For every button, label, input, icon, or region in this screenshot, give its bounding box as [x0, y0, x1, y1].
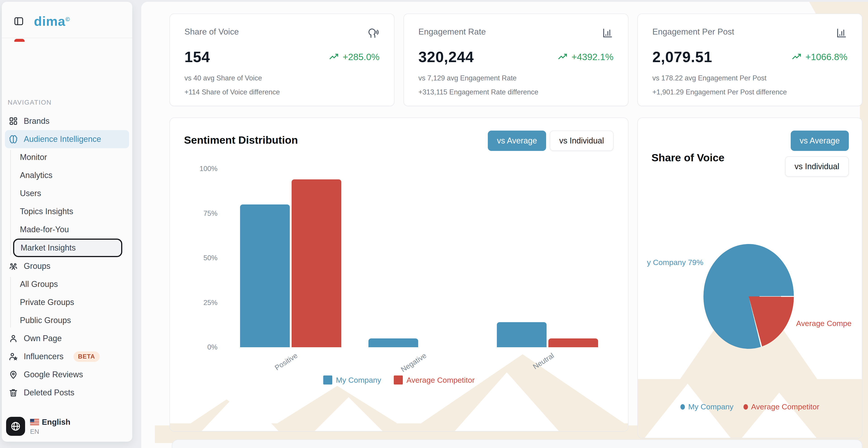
sidebar-item-public-groups[interactable]: Public Groups [2, 311, 132, 329]
sidebar-item-label: Deleted Posts [24, 388, 74, 397]
comparison-toggle: vs Average vs Individual [488, 131, 614, 151]
share-of-voice-card: Share of Voice vs Average vs Individual … [638, 118, 862, 438]
next-card-partial [172, 440, 862, 448]
pie-slice-label-competitor: Average Compe [796, 319, 851, 328]
nav-section-label: NAVIGATION [8, 99, 132, 106]
kpi-diff-text: +313,115 Engagement Rate difference [418, 88, 614, 96]
divider [2, 38, 132, 38]
sidebar-item-groups[interactable]: Groups [2, 257, 132, 275]
main-content: Share of Voice 154 +285.0% vs 40 avg Sha… [141, 2, 868, 448]
y-tick-label: 100% [199, 165, 217, 173]
sidebar-item-market-insights[interactable]: Market Insights [13, 238, 122, 257]
legend-item: My Company [323, 376, 381, 385]
sidebar-item-private-groups[interactable]: Private Groups [2, 293, 132, 311]
sidebar-item-all-groups[interactable]: All Groups [2, 275, 132, 293]
bar-legend: My CompanyAverage Competitor [170, 376, 628, 385]
kpi-row: Share of Voice 154 +285.0% vs 40 avg Sha… [169, 13, 862, 106]
y-tick-label: 75% [204, 210, 217, 218]
sidebar-item-label: Groups [24, 261, 51, 271]
kpi-value: 154 [184, 49, 210, 66]
sidebar-collapse-icon[interactable] [13, 16, 24, 26]
kpi-title: Engagement Per Post [652, 27, 734, 37]
grid-icon [8, 116, 18, 126]
kpi-change: +285.0% [329, 52, 379, 62]
legend-item: Average Competitor [394, 376, 475, 385]
person-icon [8, 333, 18, 343]
legend-swatch [394, 376, 403, 385]
sidebar-item-analytics[interactable]: Analytics [2, 166, 132, 184]
vs-individual-button[interactable]: vs Individual [550, 131, 614, 151]
legend-dot [743, 404, 748, 410]
kpi-diff-text: +114 Share of Voice difference [184, 88, 379, 96]
mountains-watermark [170, 341, 628, 431]
kpi-vs-text: vs 7,129 avg Engagement Rate [418, 74, 614, 82]
sidebar-item-label: Brands [24, 116, 50, 126]
sidebar: dima© NAVIGATION Brands Audience Intelli… [2, 2, 132, 442]
kpi-vs-text: vs 40 avg Share of Voice [184, 74, 379, 82]
bar-groups: PositiveNegativeNeutral [226, 169, 602, 347]
kpi-title: Share of Voice [184, 27, 239, 37]
sidebar-item-deleted-posts[interactable]: Deleted Posts [2, 384, 132, 402]
app-logo: dima© [34, 13, 70, 29]
sidebar-item-monitor[interactable]: Monitor [2, 148, 132, 166]
kpi-value: 320,244 [418, 49, 474, 66]
sidebar-item-brands[interactable]: Brands [2, 112, 132, 130]
sidebar-item-topics-insights[interactable]: Topics Insights [2, 202, 132, 221]
vs-average-button[interactable]: vs Average [488, 131, 546, 151]
pie-slice-label-my-company: y Company 79% [647, 258, 703, 267]
legend-item: My Company [680, 403, 733, 411]
sentiment-distribution-card: Sentiment Distribution vs Average vs Ind… [169, 118, 628, 431]
person-star-icon [8, 352, 18, 361]
x-axis-label: Negative [399, 351, 428, 374]
sidebar-item-users[interactable]: Users [2, 184, 132, 202]
column-chart-icon [602, 27, 614, 39]
sidebar-item-label: Audience Intelligence [24, 134, 101, 144]
y-tick-label: 50% [204, 254, 217, 262]
notification-blip [14, 39, 25, 42]
kpi-diff-text: +1,901.29 Engagement Per Post difference [652, 88, 847, 96]
y-axis: 100%75%50%25%0% [184, 169, 217, 347]
sidebar-item-google-reviews[interactable]: Google Reviews [2, 365, 132, 384]
sidebar-header: dima© [2, 2, 132, 38]
kpi-value: 2,079.51 [652, 49, 712, 66]
card-title: Share of Voice [651, 152, 724, 164]
groups-submenu: All Groups Private Groups Public Groups [2, 275, 132, 329]
kpi-change: +4392.1% [557, 52, 614, 62]
trending-up-icon [792, 52, 802, 62]
sentiment-plot: PositiveNegativeNeutral [226, 169, 602, 347]
sidebar-item-influencers[interactable]: Influencers BETA [2, 348, 132, 365]
sidebar-item-audience-intelligence[interactable]: Audience Intelligence [5, 130, 129, 148]
kpi-change: +1066.8% [792, 52, 847, 62]
brain-icon [8, 134, 18, 144]
legend-swatch [323, 376, 332, 385]
share-of-voice-pie [704, 244, 794, 349]
sidebar-item-made-for-you[interactable]: Made-for-You [2, 221, 132, 238]
trash-icon [8, 388, 18, 397]
bar [291, 180, 341, 347]
bar [368, 339, 418, 348]
x-axis-label: Neutral [531, 351, 556, 371]
voice-icon [368, 27, 379, 39]
sidebar-item-own-page[interactable]: Own Page [2, 329, 132, 348]
language-code: EN [30, 428, 70, 435]
globe-icon [6, 417, 25, 436]
kpi-card-share-of-voice: Share of Voice 154 +285.0% vs 40 avg Sha… [169, 13, 395, 106]
sidebar-item-label: Google Reviews [24, 370, 83, 379]
language-name: English [42, 417, 70, 426]
column-chart-icon [836, 27, 847, 39]
legend-dot [680, 404, 685, 410]
y-tick-label: 25% [204, 299, 217, 307]
bar-group-neutral: Neutral [497, 169, 598, 347]
pie-legend: My CompanyAverage Competitor [638, 403, 862, 411]
kpi-title: Engagement Rate [418, 27, 486, 37]
kpi-vs-text: vs 178.22 avg Engagement Per Post [652, 74, 847, 82]
vs-average-button[interactable]: vs Average [791, 131, 849, 151]
kpi-card-engagement-per-post: Engagement Per Post 2,079.51 +1066.8% vs… [638, 13, 862, 106]
language-selector[interactable]: English EN [2, 417, 132, 442]
bar [548, 339, 598, 348]
x-axis-label: Positive [273, 351, 299, 372]
vs-individual-button[interactable]: vs Individual [785, 156, 849, 177]
kpi-card-engagement-rate: Engagement Rate 320,244 +4392.1% vs 7,12… [403, 13, 628, 106]
card-title: Sentiment Distribution [184, 134, 298, 146]
language-text: English EN [30, 417, 70, 435]
